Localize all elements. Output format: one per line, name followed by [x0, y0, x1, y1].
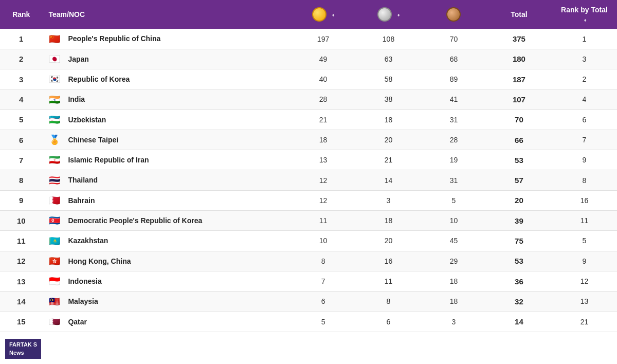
bronze-header[interactable]	[421, 0, 486, 29]
medals-table: Rank Team/NOC ⬧ ⬧	[0, 0, 617, 332]
rank-cell: 2	[0, 49, 43, 69]
rank-cell: 11	[0, 231, 43, 251]
team-cell: 🇮🇩 Indonesia	[43, 271, 291, 291]
rank-by-total-cell: 7	[552, 130, 617, 150]
rank-cell: 10	[0, 211, 43, 231]
silver-header[interactable]: ⬧	[356, 0, 421, 29]
team-header[interactable]: Team/NOC	[43, 0, 291, 29]
flag-icon: 🇹🇭	[49, 176, 62, 185]
silver-cell: 38	[356, 89, 421, 110]
flag-icon: 🇮🇳	[49, 95, 62, 104]
watermark: FARTAK S News	[5, 339, 41, 359]
gold-cell: 12	[291, 170, 356, 190]
rank-by-total-cell: 5	[552, 231, 617, 251]
rank-by-total-cell: 12	[552, 271, 617, 291]
team-cell: 🇺🇿 Uzbekistan	[43, 110, 291, 130]
bronze-medal-icon	[446, 7, 461, 22]
team-name: Democratic People's Republic of Korea	[68, 216, 202, 225]
bronze-cell: 45	[421, 231, 486, 251]
rank-by-total-cell: 1	[552, 29, 617, 49]
total-cell: 187	[486, 69, 552, 89]
flag-icon: 🇨🇳	[49, 34, 62, 44]
rank-by-total-cell: 13	[552, 292, 617, 312]
gold-header[interactable]: ⬧	[291, 0, 356, 29]
rank-by-total-cell: 11	[552, 211, 617, 231]
table-row: 14 🇲🇾 Malaysia 6 8 18 32 13	[0, 292, 617, 312]
flag-icon: 🇰🇵	[49, 216, 62, 225]
bronze-cell: 28	[421, 130, 486, 150]
table-row: 7 🇮🇷 Islamic Republic of Iran 13 21 19 5…	[0, 150, 617, 170]
silver-cell: 18	[356, 110, 421, 130]
team-name: Uzbekistan	[68, 116, 106, 124]
team-name: People's Republic of China	[68, 35, 160, 43]
bronze-cell: 18	[421, 271, 486, 291]
total-cell: 66	[486, 130, 552, 150]
total-cell: 39	[486, 211, 552, 231]
total-cell: 180	[486, 49, 552, 69]
medals-table-container: Rank Team/NOC ⬧ ⬧	[0, 0, 617, 332]
silver-cell: 16	[356, 251, 421, 271]
total-header[interactable]: Total	[486, 0, 552, 29]
team-cell: 🇮🇳 India	[43, 89, 291, 110]
gold-sort-icon[interactable]: ⬧	[332, 12, 335, 17]
team-name: Bahrain	[68, 196, 95, 205]
table-row: 2 🇯🇵 Japan 49 63 68 180 3	[0, 49, 617, 69]
total-cell: 57	[486, 170, 552, 190]
flag-icon: 🇮🇷	[49, 155, 62, 165]
bronze-cell: 5	[421, 190, 486, 210]
silver-cell: 11	[356, 271, 421, 291]
table-row: 15 🇶🇦 Qatar 5 6 3 14 21	[0, 312, 617, 332]
table-row: 8 🇹🇭 Thailand 12 14 31 57 8	[0, 170, 617, 190]
bronze-cell: 3	[421, 312, 486, 332]
rank-by-total-cell: 8	[552, 170, 617, 190]
silver-cell: 20	[356, 130, 421, 150]
rank-cell: 7	[0, 150, 43, 170]
total-cell: 14	[486, 312, 552, 332]
watermark-line1: FARTAK S	[9, 341, 37, 349]
rank-cell: 4	[0, 89, 43, 110]
rank-by-total-cell: 16	[552, 190, 617, 210]
rank-cell: 6	[0, 130, 43, 150]
total-cell: 375	[486, 29, 552, 49]
total-cell: 20	[486, 190, 552, 210]
team-name: Qatar	[68, 318, 87, 326]
gold-cell: 13	[291, 150, 356, 170]
table-row: 9 🇧🇭 Bahrain 12 3 5 20 16	[0, 190, 617, 210]
rank-by-total-header[interactable]: Rank by Total ⬧	[552, 0, 617, 29]
rank-cell: 9	[0, 190, 43, 210]
silver-sort-icon[interactable]: ⬧	[397, 12, 400, 17]
team-cell: 🇹🇭 Thailand	[43, 170, 291, 190]
watermark-line2: News	[9, 349, 37, 357]
gold-cell: 49	[291, 49, 356, 69]
flag-icon: 🏅	[49, 135, 62, 144]
bronze-cell: 10	[421, 211, 486, 231]
silver-cell: 108	[356, 29, 421, 49]
silver-cell: 58	[356, 69, 421, 89]
silver-cell: 14	[356, 170, 421, 190]
table-row: 1 🇨🇳 People's Republic of China 197 108 …	[0, 29, 617, 49]
team-cell: 🇨🇳 People's Republic of China	[43, 29, 291, 49]
team-cell: 🇧🇭 Bahrain	[43, 190, 291, 210]
rank-by-total-cell: 21	[552, 312, 617, 332]
gold-medal-icon	[312, 7, 326, 22]
total-cell: 32	[486, 292, 552, 312]
silver-cell: 63	[356, 49, 421, 69]
bronze-cell: 31	[421, 110, 486, 130]
rank-cell: 15	[0, 312, 43, 332]
bronze-cell: 68	[421, 49, 486, 69]
rank-header[interactable]: Rank	[0, 0, 43, 29]
flag-icon: 🇰🇷	[49, 75, 62, 84]
gold-cell: 5	[291, 312, 356, 332]
team-name: Indonesia	[68, 277, 101, 285]
gold-cell: 40	[291, 69, 356, 89]
total-cell: 70	[486, 110, 552, 130]
rank-by-total-sort-icon[interactable]: ⬧	[584, 16, 587, 23]
gold-cell: 8	[291, 251, 356, 271]
rank-by-total-cell: 9	[552, 150, 617, 170]
table-body: 1 🇨🇳 People's Republic of China 197 108 …	[0, 29, 617, 332]
table-row: 13 🇮🇩 Indonesia 7 11 18 36 12	[0, 271, 617, 291]
silver-cell: 18	[356, 211, 421, 231]
team-cell: 🇯🇵 Japan	[43, 49, 291, 69]
gold-cell: 12	[291, 190, 356, 210]
team-cell: 🇭🇰 Hong Kong, China	[43, 251, 291, 271]
